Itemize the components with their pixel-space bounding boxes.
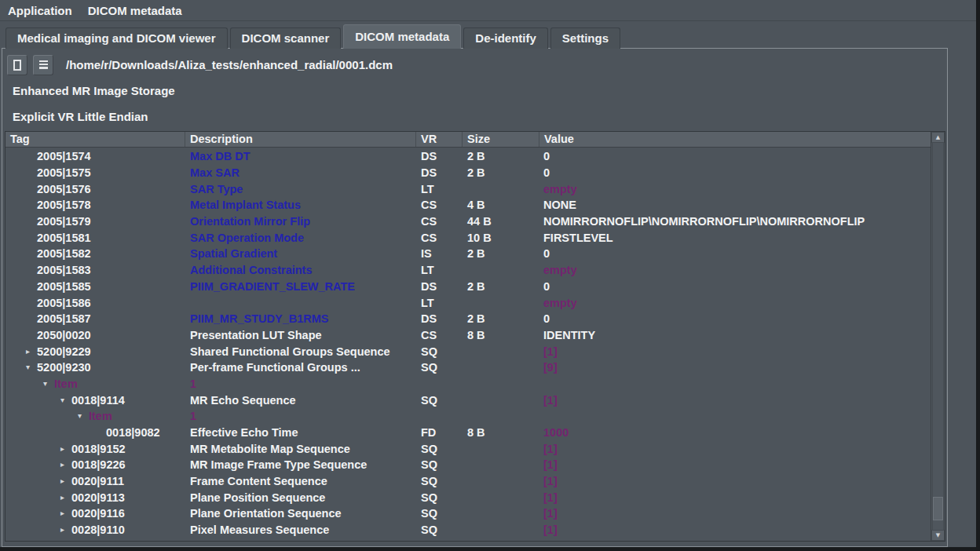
table-row[interactable]: 2005|1574Max DB DTDS2 B0 (5, 148, 931, 165)
table-row[interactable]: ▸[1] (5, 538, 931, 542)
description-cell: Metal Implant Status (185, 199, 416, 211)
tab-de-identify[interactable]: De-identify (463, 27, 548, 49)
table-row[interactable]: 2005|1583Additional ConstraintsLTempty (5, 262, 931, 279)
scrollbar-thumb[interactable] (933, 497, 943, 520)
tab-dicom-scanner[interactable]: DICOM scanner (230, 27, 342, 49)
value-cell: [1] (539, 394, 931, 407)
table-row[interactable]: 2005|1581SAR Operation ModeCS10 BFIRSTLE… (5, 229, 931, 246)
tag-label: 0020|9116 (71, 507, 125, 520)
table-row[interactable]: 2005|1585PIIM_GRADIENT_SLEW_RATEDS2 B0 (5, 279, 931, 295)
tree-expanded-icon[interactable]: ▾ (60, 396, 71, 404)
table-row[interactable]: 0018|9082Effective Echo TimeFD8 B1000 (5, 425, 931, 441)
table-row[interactable]: ▸0020|9113Plane Position SequenceSQ[1] (5, 489, 931, 505)
table-row[interactable]: 2005|1587PIIM_MR_STUDY_B1RMSDS2 B0 (5, 311, 931, 327)
tree-collapsed-icon[interactable]: ▸ (60, 461, 71, 469)
tree-collapsed-icon[interactable]: ▸ (26, 348, 37, 356)
tab-dicom-metadata[interactable]: DICOM metadata (343, 24, 461, 49)
table-row[interactable]: 2050|0020Presentation LUT ShapeCS8 BIDEN… (5, 327, 931, 344)
tag-label: 0018|9082 (106, 426, 160, 439)
table-row[interactable]: 2005|1576SAR TypeLTempty (5, 181, 931, 197)
value-cell: [1] (539, 475, 931, 487)
tree-collapsed-icon[interactable]: ▸ (60, 509, 71, 517)
tag-cell: 2005|1578 (5, 199, 185, 211)
value-cell: [1] (539, 458, 931, 471)
tree-expanded-icon[interactable]: ▾ (26, 363, 37, 371)
scroll-down-button[interactable]: ▼ (931, 530, 945, 541)
description-cell: MR Image Frame Type Sequence (185, 458, 416, 471)
table-row[interactable]: ▸0028|9110Pixel Measures SequenceSQ[1] (5, 522, 931, 538)
tab-medical-imaging-viewer[interactable]: Medical imaging and DICOM viewer (5, 27, 228, 49)
value-cell: NONE (539, 199, 931, 211)
table-row[interactable]: ▾Item1 (5, 376, 931, 392)
tree-collapsed-icon[interactable]: ▸ (60, 445, 71, 453)
table-row[interactable]: ▸0018|9152MR Metabolite Map SequenceSQ[1… (5, 440, 931, 457)
file-path-label: /home/r/Downloads/Aliza_tests/enhanced_r… (66, 58, 393, 71)
table-row[interactable]: ▾Item1 (5, 408, 931, 425)
menu-application[interactable]: Application (0, 4, 80, 17)
tree-collapsed-icon[interactable]: ▸ (60, 494, 71, 502)
table-row[interactable]: ▸5200|9229Shared Functional Groups Seque… (5, 343, 931, 359)
tag-cell: 0018|9082 (5, 426, 185, 439)
vertical-scrollbar[interactable]: ▲ ▼ (931, 132, 945, 541)
vr-cell: DS (416, 280, 463, 293)
tag-cell: 2005|1575 (5, 166, 185, 179)
vr-cell: SQ (416, 491, 463, 504)
stop-scan-button[interactable] (33, 55, 53, 75)
table-row[interactable]: ▸0020|9111Frame Content SequenceSQ[1] (5, 473, 931, 490)
description-cell: Per-frame Functional Groups ... (185, 361, 416, 374)
table-row[interactable]: ▸0018|9226MR Image Frame Type SequenceSQ… (5, 457, 931, 473)
column-header-description[interactable]: Description (185, 132, 416, 147)
open-file-button[interactable] (7, 55, 27, 75)
table-row[interactable]: ▾0018|9114MR Echo SequenceSQ[1] (5, 392, 931, 408)
tag-label: 5200|9229 (37, 345, 91, 358)
table-row[interactable]: 2005|1586LTempty (5, 294, 931, 311)
vr-cell: SQ (416, 458, 463, 471)
value-cell: empty (539, 183, 931, 195)
value-cell: NOMIRRORNOFLIP\NOMIRRORNOFLIP\NOMIRRORNO… (539, 215, 931, 228)
scroll-up-button[interactable]: ▲ (931, 132, 945, 143)
table-row[interactable]: 2005|1578Metal Implant StatusCS4 BNONE (5, 197, 931, 213)
column-header-tag[interactable]: Tag (5, 132, 185, 147)
vr-cell: LT (416, 183, 463, 195)
tag-cell: 2005|1579 (5, 215, 185, 228)
value-cell: empty (539, 264, 931, 276)
description-cell: Orientation Mirror Flip (185, 215, 416, 228)
tree-expanded-icon[interactable]: ▾ (78, 412, 89, 420)
value-cell: FIRSTLEVEL (539, 232, 931, 244)
menu-dicom-metadata[interactable]: DICOM metadata (80, 4, 190, 17)
tag-cell: 2005|1585 (5, 280, 185, 293)
vr-cell: DS (416, 150, 463, 162)
column-header-vr[interactable]: VR (416, 132, 463, 147)
description-cell: Presentation LUT Shape (185, 329, 416, 341)
vr-cell: SQ (416, 394, 463, 407)
tree-collapsed-icon[interactable]: ▸ (60, 477, 71, 485)
value-cell: 0 (539, 247, 931, 260)
table-row[interactable]: 2005|1579Orientation Mirror FlipCS44 BNO… (5, 213, 931, 230)
column-header-size[interactable]: Size (463, 132, 539, 147)
value-cell: [1] (539, 507, 931, 520)
table-row[interactable]: 2005|1582Spatial GradientIS2 B0 (5, 246, 931, 262)
window-right-edge (976, 0, 980, 551)
vr-cell: CS (416, 215, 463, 228)
tree-collapsed-icon[interactable]: ▸ (60, 526, 71, 534)
description-cell: SAR Operation Mode (185, 232, 416, 244)
scrollbar-track[interactable] (932, 143, 944, 530)
vr-cell: SQ (416, 475, 463, 487)
table-row[interactable]: ▾5200|9230Per-frame Functional Groups ..… (5, 359, 931, 376)
size-cell: 10 B (463, 232, 539, 244)
description-cell: Max SAR (185, 166, 416, 179)
tag-cell: ▸0020|9111 (5, 475, 185, 487)
table-row[interactable]: ▸0020|9116Plane Orientation SequenceSQ[1… (5, 505, 931, 522)
description-cell: PIIM_GRADIENT_SLEW_RATE (185, 280, 416, 293)
table-row[interactable]: 2005|1575Max SARDS2 B0 (5, 165, 931, 181)
down-arrow-icon: ▼ (936, 532, 940, 538)
column-header-value[interactable]: Value (539, 132, 945, 147)
tab-settings[interactable]: Settings (550, 27, 620, 49)
description-cell: Max DB DT (185, 150, 416, 162)
tag-label: Item (54, 378, 78, 390)
description-cell: Plane Position Sequence (185, 491, 416, 504)
description-cell: Spatial Gradient (185, 247, 416, 260)
tree-expanded-icon[interactable]: ▾ (43, 380, 54, 388)
tag-cell: ▾0018|9114 (5, 394, 185, 407)
transfer-syntax-label: Explicit VR Little Endian (13, 110, 148, 123)
